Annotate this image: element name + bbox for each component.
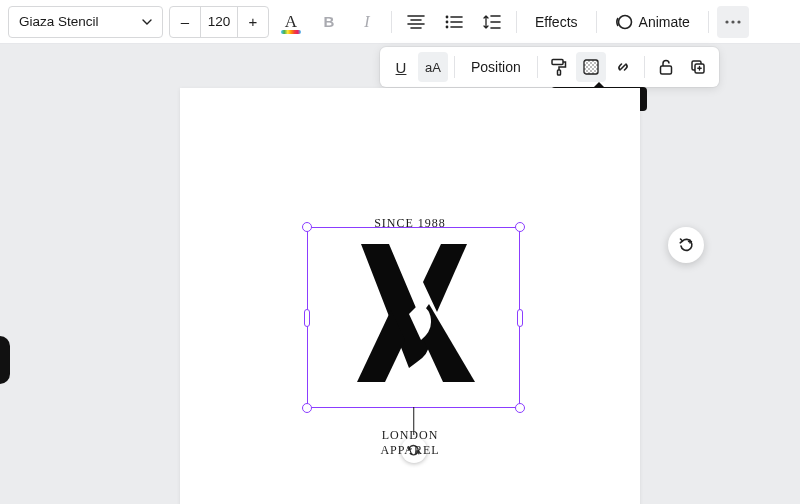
font-family-select[interactable]: Giaza Stencil [8, 6, 163, 38]
svg-point-5 [731, 20, 734, 23]
format-painter-button[interactable] [544, 52, 574, 82]
effects-button[interactable]: Effects [525, 6, 588, 38]
text-toolbar: Giaza Stencil – 120 + A B I Effects Anim… [0, 0, 800, 44]
transparency-icon [582, 58, 600, 76]
svg-point-6 [737, 20, 740, 23]
bold-button[interactable]: B [313, 6, 345, 38]
text-color-button[interactable]: A [275, 6, 307, 38]
font-size-decrease[interactable]: – [170, 7, 200, 37]
refresh-plus-icon [677, 236, 695, 254]
more-button[interactable] [717, 6, 749, 38]
transparency-button[interactable] [576, 52, 606, 82]
svg-point-4 [725, 20, 728, 23]
selection-box[interactable] [307, 227, 520, 408]
font-family-label: Giaza Stencil [19, 14, 99, 29]
duplicate-button[interactable] [683, 52, 713, 82]
list-icon [445, 15, 463, 29]
underline-button[interactable]: U [386, 52, 416, 82]
spacing-button[interactable] [476, 6, 508, 38]
resize-handle-left[interactable] [304, 309, 310, 327]
svg-rect-8 [557, 70, 560, 75]
svg-rect-7 [552, 60, 563, 65]
paint-roller-icon [550, 58, 568, 76]
list-button[interactable] [438, 6, 470, 38]
effects-label: Effects [535, 14, 578, 30]
link-icon [614, 58, 632, 76]
logo-x-glyph[interactable] [349, 244, 479, 384]
position-button[interactable]: Position [461, 52, 531, 82]
color-spectrum-icon [281, 30, 301, 34]
duplicate-icon [689, 58, 707, 76]
svg-rect-13 [660, 66, 671, 74]
svg-point-0 [446, 15, 449, 18]
divider [596, 11, 597, 33]
svg-point-1 [446, 20, 449, 23]
uppercase-icon: aA [425, 60, 441, 75]
font-size-group: – 120 + [169, 6, 269, 38]
divider [454, 56, 455, 78]
more-icon [724, 20, 742, 24]
divider [391, 11, 392, 33]
divider [708, 11, 709, 33]
italic-button[interactable]: I [351, 6, 383, 38]
svg-point-3 [618, 15, 631, 28]
position-label: Position [471, 59, 521, 75]
add-page-button[interactable] [668, 227, 704, 263]
bold-icon: B [324, 13, 335, 30]
underline-icon: U [396, 59, 407, 76]
unlock-icon [658, 58, 674, 76]
resize-handle-right[interactable] [517, 309, 523, 327]
uppercase-button[interactable]: aA [418, 52, 448, 82]
svg-point-2 [446, 25, 449, 28]
animate-label: Animate [639, 14, 690, 30]
animate-icon [615, 13, 633, 31]
spacing-icon [483, 14, 501, 30]
divider [516, 11, 517, 33]
text-color-icon: A [285, 12, 297, 32]
divider [644, 56, 645, 78]
divider [537, 56, 538, 78]
alignment-button[interactable] [400, 6, 432, 38]
lock-button[interactable] [651, 52, 681, 82]
design-canvas[interactable]: SINCE 1988 LONDON APPAREL [180, 88, 640, 504]
resize-handle-bl[interactable] [302, 403, 312, 413]
text-london[interactable]: LONDON APPAREL [380, 428, 439, 458]
animate-button[interactable]: Animate [605, 6, 700, 38]
svg-rect-12 [584, 60, 598, 74]
resize-handle-tr[interactable] [515, 222, 525, 232]
floating-toolbar: U aA Position [380, 47, 719, 87]
font-size-increase[interactable]: + [238, 7, 268, 37]
italic-icon: I [364, 13, 369, 31]
align-icon [407, 15, 425, 29]
font-size-value[interactable]: 120 [200, 7, 238, 37]
left-panel-toggle[interactable] [0, 336, 10, 384]
resize-handle-br[interactable] [515, 403, 525, 413]
resize-handle-tl[interactable] [302, 222, 312, 232]
chevron-down-icon [142, 17, 152, 27]
link-button[interactable] [608, 52, 638, 82]
